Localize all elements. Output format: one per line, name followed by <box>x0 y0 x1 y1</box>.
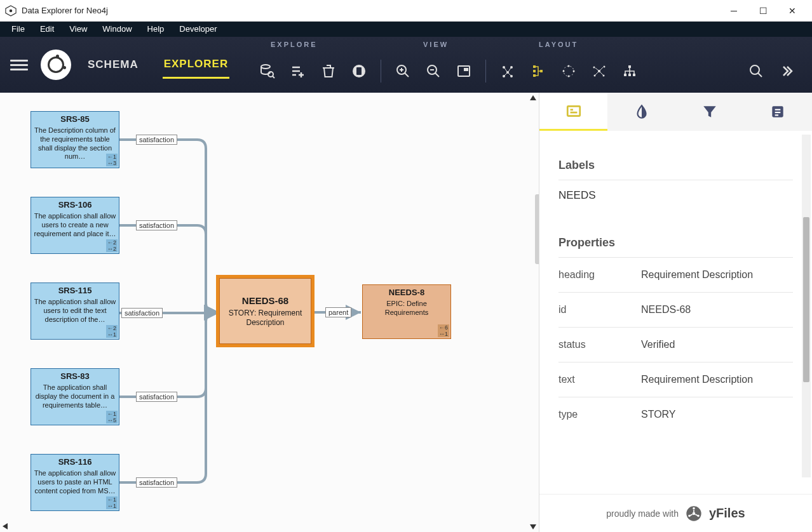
node-desc: STORY: Requirement Description <box>220 307 311 330</box>
hamburger-icon[interactable] <box>10 56 28 74</box>
titlebar: Data Explorer for Neo4j ─ ☐ ✕ <box>0 0 812 22</box>
tab-schema[interactable]: SCHEMA <box>86 52 140 77</box>
panel-tab-style[interactable] <box>607 93 675 131</box>
node-title: SRS-85 <box>31 112 119 125</box>
node-badge: ←2 <box>106 325 118 331</box>
graph-node-srs-115[interactable]: SRS-115The application shall allow users… <box>30 283 119 340</box>
edge-label-satisfaction: satisfaction <box>136 135 177 145</box>
graph-node-srs-106[interactable]: SRS-106The application shall allow users… <box>30 197 119 254</box>
zoom-out-icon[interactable] <box>422 60 445 83</box>
node-badge: ←6 <box>438 324 449 331</box>
zoom-in-icon[interactable] <box>391 60 414 83</box>
node-title: NEEDS-68 <box>220 293 311 307</box>
save-icon[interactable] <box>348 60 370 83</box>
menu-help[interactable]: Help <box>140 22 172 37</box>
svg-point-44 <box>750 65 759 74</box>
maximize-button[interactable]: ☐ <box>748 0 778 21</box>
panel-tab-log[interactable] <box>744 93 812 131</box>
divider <box>381 60 381 83</box>
layout-radial-icon[interactable] <box>588 60 611 83</box>
minimize-button[interactable]: ─ <box>719 0 748 21</box>
node-title: NEEDS-8 <box>363 285 450 298</box>
node-badge: ↔3 <box>106 160 118 166</box>
add-list-icon[interactable] <box>287 60 309 83</box>
properties-heading: Properties <box>558 236 793 249</box>
panel-scrollbar[interactable] <box>802 135 811 477</box>
search-icon[interactable] <box>745 60 768 83</box>
graph-node-needs-8[interactable]: NEEDS-8 EPIC: Define Requirements ←6 ↔1 <box>362 284 451 339</box>
graph-node-srs-85[interactable]: SRS-85The Description column of the requ… <box>30 111 119 168</box>
svg-rect-29 <box>540 70 543 72</box>
property-value: STORY <box>641 409 793 420</box>
fit-view-icon[interactable] <box>452 60 475 83</box>
property-key: text <box>558 374 641 385</box>
panel-tab-details[interactable] <box>539 93 607 131</box>
svg-line-17 <box>435 73 439 77</box>
property-key: status <box>558 339 641 350</box>
menu-file[interactable]: File <box>4 22 32 37</box>
svg-line-45 <box>758 73 762 77</box>
edge-label-satisfaction: satisfaction <box>136 220 177 230</box>
svg-point-36 <box>593 67 595 69</box>
app-icon <box>5 5 17 17</box>
graph-node-srs-116[interactable]: SRS-116The application shall allow users… <box>30 454 119 511</box>
panel-tabs <box>539 93 812 131</box>
property-row: statusVerified <box>558 327 793 362</box>
svg-rect-28 <box>533 74 536 77</box>
footer-prefix: proudly made with <box>606 509 679 519</box>
db-search-icon[interactable] <box>256 60 279 83</box>
property-value: Requirement Description <box>641 269 793 281</box>
node-desc: EPIC: Define Requirements <box>363 298 450 320</box>
property-value: Verified <box>641 339 793 350</box>
panel-resize-handle[interactable] <box>535 194 539 264</box>
layout-circular-icon[interactable] <box>557 60 580 83</box>
svg-rect-26 <box>533 65 536 68</box>
scroll-up-icon[interactable] <box>530 95 536 100</box>
property-value: Requirement Description <box>641 374 793 385</box>
node-desc: The application shall allow users to cre… <box>31 211 119 241</box>
menu-window[interactable]: Window <box>95 22 139 37</box>
node-badge: ↔1 <box>106 331 118 338</box>
node-title: SRS-106 <box>31 197 119 211</box>
svg-line-4 <box>273 76 274 78</box>
svg-rect-41 <box>624 74 626 76</box>
edge-label-satisfaction: satisfaction <box>136 392 177 402</box>
property-key: heading <box>558 269 641 281</box>
svg-line-13 <box>405 73 409 77</box>
graph-node-srs-83[interactable]: SRS-83The application shall display the … <box>30 368 119 425</box>
node-title: SRS-116 <box>31 455 119 468</box>
edge-label-satisfaction: satisfaction <box>121 308 163 318</box>
svg-rect-11 <box>356 67 362 75</box>
scrollbar-thumb[interactable] <box>803 217 809 382</box>
tab-explorer[interactable]: EXPLORER <box>163 51 230 79</box>
logo-orb[interactable] <box>41 50 71 80</box>
scroll-left-icon[interactable] <box>3 523 8 529</box>
labels-heading: Labels <box>558 159 793 172</box>
layout-hierarchical-icon[interactable] <box>527 60 550 83</box>
panel-tab-filter[interactable] <box>676 93 744 131</box>
graph-node-needs-68[interactable]: NEEDS-68 STORY: Requirement Description <box>219 278 311 344</box>
divider <box>485 60 486 83</box>
layout-tree-icon[interactable] <box>618 60 641 83</box>
property-row: typeSTORY <box>558 397 793 432</box>
property-row: idNEEDS-68 <box>558 292 793 327</box>
graph-canvas[interactable]: SRS-85The Description column of the requ… <box>0 93 539 532</box>
close-button[interactable]: ✕ <box>778 0 807 21</box>
property-key: id <box>558 304 641 316</box>
node-badge: ↔5 <box>106 417 118 423</box>
property-row: textRequirement Description <box>558 362 793 397</box>
menu-developer[interactable]: Developer <box>172 22 224 37</box>
main-area: SRS-85The Description column of the requ… <box>0 93 812 532</box>
menu-view[interactable]: View <box>62 22 95 37</box>
label-value: NEEDS <box>558 180 793 211</box>
property-row: headingRequirement Description <box>558 257 793 292</box>
more-icon[interactable] <box>775 60 798 83</box>
menu-edit[interactable]: Edit <box>32 22 62 37</box>
svg-point-31 <box>568 65 570 67</box>
trash-icon[interactable] <box>317 60 340 83</box>
scroll-down-icon[interactable] <box>530 524 536 529</box>
node-badge: ←1 <box>106 496 118 503</box>
layout-organic-icon[interactable] <box>496 60 519 83</box>
node-badge: ↔1 <box>106 503 118 509</box>
svg-point-30 <box>564 66 574 76</box>
